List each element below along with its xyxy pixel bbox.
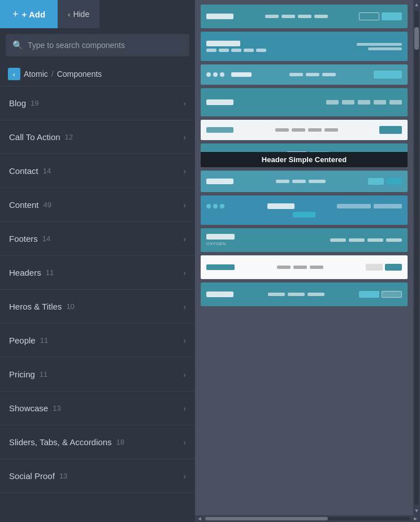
breadcrumb-back-button[interactable]: ‹ — [8, 68, 20, 80]
search-icon: 🔍 — [12, 40, 23, 50]
sidebar-item-blog[interactable]: Blog 19 › — [0, 86, 195, 120]
preview-logo — [206, 14, 233, 19]
component-card-6[interactable]: Header Simple Centered — [201, 143, 408, 167]
chevron-right-icon: › — [183, 404, 186, 413]
sidebar: + + Add ‹ Hide 🔍 ‹ Atomic / Components B… — [0, 0, 195, 522]
components-grid[interactable]: Header Simple Centered — [195, 0, 413, 515]
component-card-8[interactable] — [201, 195, 408, 225]
component-card-5[interactable] — [201, 120, 408, 140]
component-card-2[interactable] — [201, 32, 408, 61]
top-buttons: + + Add ‹ Hide — [0, 0, 195, 28]
component-tooltip: Header Simple Centered — [201, 152, 408, 167]
preview-nav — [265, 15, 328, 18]
main-content: Header Simple Centered — [195, 0, 420, 522]
component-card-11[interactable] — [201, 282, 408, 306]
scroll-up-arrow[interactable]: ▲ — [413, 0, 420, 9]
component-card-10[interactable] — [201, 255, 408, 279]
sidebar-item-headers[interactable]: Headers 11 › — [0, 256, 195, 290]
add-button[interactable]: + + Add — [0, 0, 58, 28]
component-card-9[interactable]: OXYGEN — [201, 228, 408, 252]
main-wrapper: Header Simple Centered — [195, 0, 420, 515]
chevron-right-icon: › — [183, 302, 186, 311]
breadcrumb-separator: / — [51, 69, 54, 79]
component-card-3[interactable] — [201, 64, 408, 85]
chevron-right-icon: › — [183, 438, 186, 447]
bottom-scroll-thumb — [205, 517, 328, 520]
right-scrollbar[interactable]: ▲ ▼ — [413, 0, 420, 515]
hide-button[interactable]: ‹ Hide — [58, 0, 99, 28]
scroll-left-arrow[interactable]: ◄ — [195, 515, 204, 522]
sidebar-item-sliders-tabs[interactable]: Sliders, Tabs, & Accordions 18 › — [0, 425, 195, 459]
chevron-right-icon: › — [183, 167, 186, 176]
search-bar: 🔍 — [6, 34, 189, 56]
bottom-scrollbar: ◄ ► — [195, 515, 420, 522]
sidebar-item-people[interactable]: People 11 › — [0, 324, 195, 358]
sidebar-item-contact[interactable]: Contact 14 › — [0, 154, 195, 188]
chevron-right-icon: › — [183, 234, 186, 243]
search-input[interactable] — [28, 41, 183, 50]
chevron-right-icon: › — [183, 133, 186, 142]
sidebar-item-call-to-action[interactable]: Call To Action 12 › — [0, 120, 195, 154]
chevron-right-icon: › — [183, 472, 186, 481]
sidebar-item-pricing[interactable]: Pricing 11 › — [0, 358, 195, 392]
back-chevron-icon: ‹ — [13, 70, 15, 79]
chevron-right-icon: › — [183, 370, 186, 379]
breadcrumb: ‹ Atomic / Components — [0, 62, 195, 86]
chevron-left-icon: ‹ — [68, 10, 70, 19]
sidebar-item-showcase[interactable]: Showcase 13 › — [0, 392, 195, 425]
hide-label: Hide — [73, 10, 89, 19]
breadcrumb-current: Components — [57, 69, 102, 79]
component-card-7[interactable] — [201, 171, 408, 192]
breadcrumb-text: Atomic / Components — [24, 69, 102, 79]
scroll-down-arrow[interactable]: ▼ — [413, 506, 420, 515]
scroll-thumb — [414, 27, 419, 50]
sidebar-item-footers[interactable]: Footers 14 › — [0, 222, 195, 256]
chevron-right-icon: › — [183, 336, 186, 345]
sidebar-item-heros-titles[interactable]: Heros & Titles 10 › — [0, 290, 195, 324]
plus-icon: + — [12, 8, 19, 20]
bottom-scroll-track — [205, 517, 410, 520]
scroll-right-arrow[interactable]: ► — [411, 515, 420, 522]
chevron-right-icon: › — [183, 201, 186, 210]
menu-list: Blog 19 › Call To Action 12 › Contact 14… — [0, 86, 195, 522]
sidebar-item-content[interactable]: Content 49 › — [0, 188, 195, 222]
add-label: + Add — [22, 10, 46, 19]
scroll-track — [414, 10, 419, 505]
preview-btn-filled — [382, 12, 402, 20]
component-card-1[interactable] — [201, 5, 408, 28]
breadcrumb-root: Atomic — [24, 69, 48, 79]
preview-btn — [359, 12, 379, 20]
component-card-4[interactable] — [201, 88, 408, 116]
chevron-right-icon: › — [183, 99, 186, 108]
chevron-right-icon: › — [183, 268, 186, 277]
sidebar-item-social-proof[interactable]: Social Proof 13 › — [0, 459, 195, 493]
